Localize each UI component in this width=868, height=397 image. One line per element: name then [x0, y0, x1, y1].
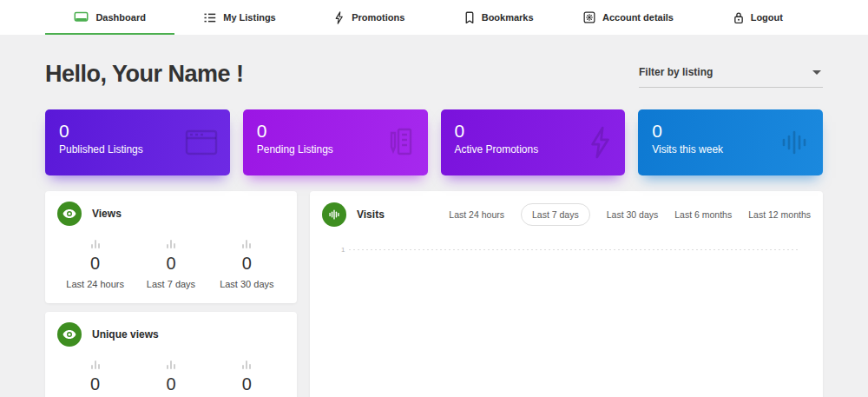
y-axis-tick: 1	[341, 246, 345, 254]
bars-icon	[91, 240, 100, 248]
bookmark-icon	[464, 11, 475, 24]
lock-icon	[733, 11, 744, 24]
views-stat-last-30-days: 0 Last 30 days	[209, 236, 285, 289]
views-caption: Last 24 hours	[57, 279, 133, 289]
left-column: Views 0 Last 24 hours 0 Last 7 days	[45, 191, 297, 397]
bars-icon	[167, 361, 175, 369]
nav-item-label: Promotions	[352, 12, 404, 23]
top-navigation: Dashboard My Listings Promotions	[0, 0, 868, 35]
range-last-24-hours[interactable]: Last 24 hours	[449, 209, 504, 220]
views-caption: Last 30 days	[209, 279, 285, 289]
unique-views-card: Unique views 0 0 0	[45, 312, 297, 397]
bars-icon	[242, 240, 251, 248]
list-icon	[203, 12, 216, 23]
page-title-greeting: Hello, Your Name !	[45, 61, 244, 88]
views-stat-last-7-days: 0 Last 7 days	[133, 236, 208, 289]
nav-item-label: Logout	[751, 12, 783, 23]
views-caption: Last 7 days	[133, 279, 208, 289]
views-value: 0	[209, 254, 285, 274]
stat-card-pending-listings[interactable]: 0 Pending Listings	[243, 109, 428, 175]
equalizer-icon	[778, 128, 811, 157]
nav-item-label: Dashboard	[95, 12, 145, 23]
unique-views-stat: 0	[133, 357, 208, 394]
range-last-7-days-active[interactable]: Last 7 days	[521, 203, 590, 226]
bars-icon	[167, 240, 175, 248]
nav-item-label: Account details	[602, 12, 674, 23]
time-range-filters: Last 24 hours Last 7 days Last 30 days L…	[449, 203, 811, 226]
unique-views-value: 0	[209, 374, 285, 394]
bars-icon	[91, 361, 100, 369]
stat-card-active-promotions[interactable]: 0 Active Promotions	[441, 109, 626, 175]
unique-views-stat: 0	[209, 357, 285, 394]
unique-views-card-title: Unique views	[92, 328, 159, 341]
window-icon	[185, 129, 218, 156]
settings-icon	[583, 11, 595, 23]
flash-icon	[587, 126, 613, 159]
visits-panel-title: Visits	[357, 208, 385, 221]
nav-item-account-details[interactable]: Account details	[563, 0, 693, 35]
unique-views-stat: 0	[57, 357, 133, 394]
views-value: 0	[133, 254, 208, 274]
unique-views-value: 0	[133, 374, 208, 394]
nav-item-bookmarks[interactable]: Bookmarks	[434, 0, 563, 35]
nav-item-promotions[interactable]: Promotions	[305, 0, 434, 35]
equalizer-icon	[322, 202, 346, 227]
nav-item-logout[interactable]: Logout	[694, 0, 823, 35]
range-last-12-months[interactable]: Last 12 months	[748, 209, 811, 220]
pencil-list-icon	[385, 128, 416, 157]
nav-item-label: My Listings	[223, 12, 276, 23]
caret-down-icon	[812, 70, 821, 75]
stat-card-visits-this-week[interactable]: 0 Visits this week	[638, 109, 823, 175]
views-card-title: Views	[92, 208, 122, 220]
filter-by-listing-select[interactable]: Filter by listing	[639, 61, 823, 88]
eye-icon	[57, 202, 82, 226]
stats-row: 0 Published Listings 0 Pending Listings	[45, 109, 823, 175]
range-last-6-months[interactable]: Last 6 months	[674, 209, 732, 220]
flash-icon	[333, 11, 345, 24]
nav-item-label: Bookmarks	[482, 12, 534, 23]
eye-icon	[57, 322, 82, 347]
filter-label: Filter by listing	[639, 66, 713, 78]
range-last-30-days[interactable]: Last 30 days	[607, 209, 659, 220]
nav-item-my-listings[interactable]: My Listings	[174, 0, 304, 35]
views-value: 0	[57, 254, 133, 274]
views-card: Views 0 Last 24 hours 0 Last 7 days	[45, 191, 297, 303]
bars-icon	[242, 361, 251, 369]
dashboard-icon	[74, 11, 89, 24]
views-stat-last-24-hours: 0 Last 24 hours	[57, 236, 133, 289]
visits-chart: 1	[322, 246, 811, 254]
unique-views-value: 0	[57, 374, 133, 394]
nav-item-dashboard[interactable]: Dashboard	[45, 0, 174, 35]
dashed-gridline	[349, 249, 800, 251]
dashboard-content: Hello, Your Name ! Filter by listing 0 P…	[0, 61, 868, 397]
stat-card-published-listings[interactable]: 0 Published Listings	[45, 109, 230, 175]
visits-chart-panel: Visits Last 24 hours Last 7 days Last 30…	[310, 191, 823, 397]
